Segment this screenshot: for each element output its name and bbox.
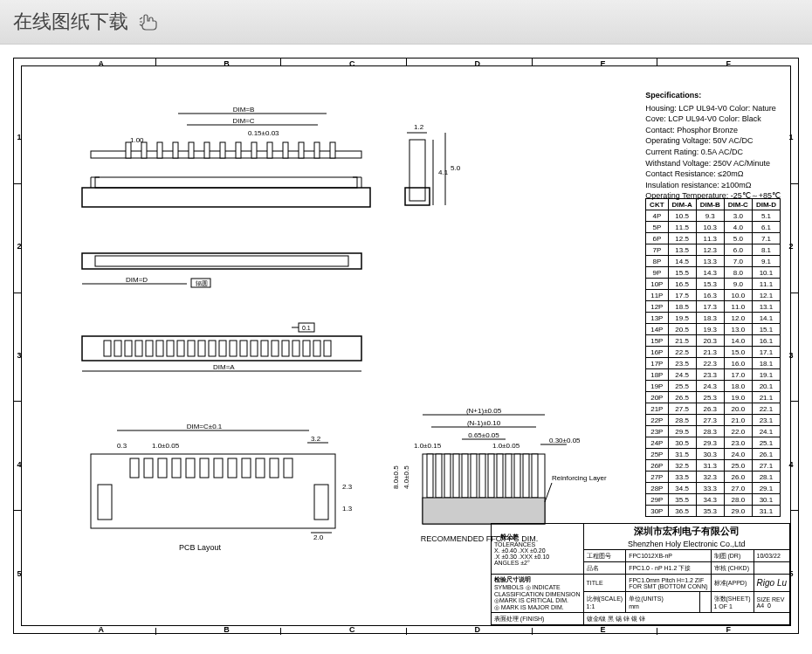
svg-rect-49 [188, 341, 195, 356]
dim-row: 25P31.530.324.026.1 [646, 449, 781, 460]
svg-text:DIM=C±0.1: DIM=C±0.1 [187, 423, 223, 430]
svg-text:0.15±0.03: 0.15±0.03 [248, 129, 279, 137]
dim-row: 23P29.528.322.024.1 [646, 426, 781, 437]
dim-row: 13P19.518.312.014.1 [646, 313, 781, 324]
dim-row: 20P26.525.319.021.1 [646, 392, 781, 403]
svg-rect-60 [303, 341, 310, 356]
svg-rect-61 [313, 341, 320, 356]
svg-rect-110 [497, 454, 503, 498]
svg-rect-106 [462, 454, 468, 498]
dim-row: 12P18.517.311.013.1 [646, 301, 781, 313]
svg-text:1.0±0.05: 1.0±0.05 [492, 442, 520, 450]
svg-text:0.3: 0.3 [117, 442, 127, 450]
svg-text:1.0±0.05: 1.0±0.05 [152, 442, 180, 450]
svg-rect-109 [488, 454, 494, 498]
svg-rect-78 [214, 458, 223, 478]
dim-row: 28P34.533.327.029.1 [646, 483, 781, 494]
spec-line: Withstand Voltage: 250V AC/Minute [645, 158, 781, 169]
svg-rect-19 [314, 142, 320, 158]
dim-row: 5P11.510.34.06.1 [646, 222, 781, 233]
svg-rect-75 [172, 458, 181, 478]
dimension-table: CKTDIM-ADIM-BDIM-CDIM-D 4P10.59.33.05.15… [645, 198, 781, 517]
svg-text:Reinforcing Layer: Reinforcing Layer [552, 474, 607, 482]
svg-rect-81 [256, 458, 265, 478]
svg-rect-80 [242, 458, 251, 478]
svg-rect-83 [284, 458, 292, 478]
spec-heading: Specifications: [645, 90, 781, 101]
dim-row: 6P12.511.35.07.1 [646, 233, 781, 244]
grid-row-ref: 2 [16, 238, 23, 255]
spec-line: Contact: Phosphor Bronze [645, 125, 781, 136]
page-title: 在线图纸下载 [13, 9, 128, 35]
svg-rect-15 [251, 142, 257, 158]
svg-rect-41 [104, 341, 111, 356]
svg-rect-46 [156, 341, 163, 356]
grid-row-ref: 1 [788, 128, 795, 146]
svg-rect-14 [236, 142, 241, 158]
svg-rect-8 [141, 142, 147, 158]
spec-line: Cove: LCP UL94-V0 Color: Black [645, 114, 781, 125]
svg-text:4.1: 4.1 [438, 169, 449, 176]
dim-row: 14P20.519.313.015.1 [646, 324, 781, 335]
grid-col-ref: B [218, 60, 236, 67]
hand-pointer-icon [137, 12, 163, 31]
svg-text:0.65±0.05: 0.65±0.05 [468, 431, 499, 439]
svg-text:8.0±0.5: 8.0±0.5 [392, 465, 400, 489]
svg-rect-42 [114, 341, 121, 356]
svg-rect-111 [506, 454, 512, 498]
svg-rect-13 [220, 142, 225, 158]
svg-text:0.30±0.05: 0.30±0.05 [549, 437, 581, 444]
svg-text:DIM=B: DIM=B [233, 106, 255, 114]
grid-row-ref: 5 [16, 565, 23, 582]
svg-rect-57 [272, 341, 279, 356]
drawing-area: Specifications: Housing: LCP UL94-V0 Col… [30, 74, 782, 617]
svg-rect-105 [453, 454, 459, 498]
svg-text:4.0±0.5: 4.0±0.5 [403, 465, 410, 489]
svg-rect-25 [409, 140, 425, 201]
spec-line: Insulation resistance: ≥100mΩ [645, 180, 781, 191]
svg-rect-104 [444, 454, 451, 498]
dim-header: CKT [646, 199, 668, 210]
svg-rect-50 [198, 341, 205, 356]
dim-row: 18P24.523.317.019.1 [646, 369, 781, 381]
svg-text:2.0: 2.0 [313, 534, 324, 541]
svg-rect-108 [479, 454, 485, 498]
svg-rect-107 [471, 454, 477, 498]
dim-header: DIM-C [724, 199, 752, 210]
dim-header: DIM-A [668, 199, 696, 210]
svg-rect-48 [177, 341, 184, 356]
svg-rect-47 [167, 341, 174, 356]
dim-row: 30P36.535.329.031.1 [646, 506, 781, 517]
dim-row: 10P16.515.39.011.1 [646, 279, 781, 290]
grid-row-ref: 4 [16, 456, 23, 473]
svg-rect-52 [219, 341, 226, 356]
grid-row-ref: 1 [16, 128, 23, 146]
svg-rect-79 [228, 458, 237, 478]
svg-rect-76 [186, 458, 195, 478]
dim-row: 21P27.526.320.022.1 [646, 403, 781, 415]
svg-rect-62 [324, 341, 331, 356]
svg-line-119 [545, 483, 552, 502]
svg-rect-54 [240, 341, 247, 356]
svg-text:0.1: 0.1 [302, 325, 311, 331]
dim-row: 19P25.524.318.020.1 [646, 381, 781, 392]
grid-col-ref: E [595, 60, 612, 67]
spec-line: Operating Voltage: 50V AC/DC [645, 135, 781, 147]
svg-rect-113 [523, 454, 529, 498]
svg-rect-115 [423, 498, 545, 524]
svg-rect-71 [91, 454, 335, 528]
grid-row-ref: 3 [16, 347, 23, 364]
svg-rect-114 [532, 454, 538, 498]
closed-connector-view: DIM=D 辐圆 [65, 249, 361, 301]
drawing-sheet: AABBCCDDEEFF1122334455 Specifications: H… [13, 58, 799, 634]
title-bar: 在线图纸下载 [0, 0, 812, 45]
svg-rect-18 [299, 142, 304, 158]
svg-rect-16 [267, 142, 272, 158]
svg-rect-56 [261, 341, 268, 356]
svg-rect-74 [158, 458, 167, 478]
dim-row: 26P32.531.325.027.1 [646, 460, 781, 472]
open-connector-view: 0.1 DIM=A [65, 323, 361, 384]
svg-rect-44 [135, 341, 142, 356]
dim-row: 24P30.529.323.025.1 [646, 437, 781, 449]
svg-rect-103 [436, 454, 442, 498]
